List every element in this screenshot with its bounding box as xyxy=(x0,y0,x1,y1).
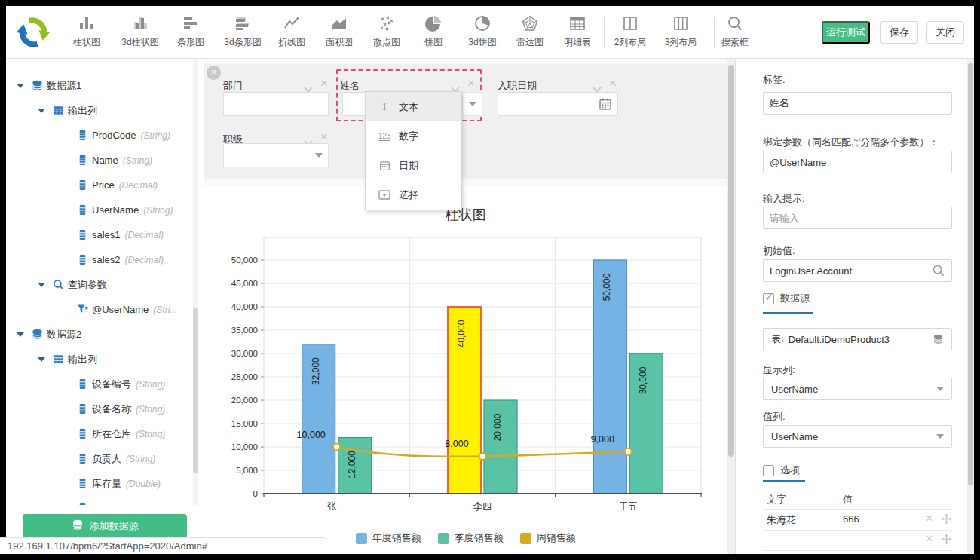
checkbox-unchecked-icon[interactable] xyxy=(763,465,774,476)
field-remove-icon[interactable]: × xyxy=(609,78,617,89)
tree-item-type: (String) xyxy=(141,130,170,141)
initial-value-input[interactable] xyxy=(763,259,952,282)
tree-item-label: 所在仓库 xyxy=(92,428,131,439)
tree-item-UserName[interactable]: UserName(String) xyxy=(6,197,193,222)
toolbar-item-col2[interactable]: 2列布局 xyxy=(605,12,655,54)
tree-item-设备编号[interactable]: 设备编号(String) xyxy=(6,372,193,396)
close-button[interactable]: 关闭 xyxy=(926,21,964,44)
run-test-button[interactable]: 运行测试 xyxy=(822,21,870,44)
tree-item-ProdCode[interactable]: ProdCode(String) xyxy=(6,123,193,148)
svg-text:张三: 张三 xyxy=(327,501,346,512)
calendar-icon[interactable] xyxy=(599,97,612,114)
toolbar-item-label: 3d饼图 xyxy=(468,36,496,49)
type-menu-label: 数字 xyxy=(399,130,418,143)
toolbar-item-pie[interactable]: 饼图 xyxy=(409,12,458,54)
inspector-scrollbar[interactable] xyxy=(967,59,974,554)
department-input[interactable] xyxy=(223,92,329,116)
field-remove-icon[interactable]: × xyxy=(320,132,328,142)
tree-item-数据源1[interactable]: 数据源1 xyxy=(6,73,193,98)
tree-item-输出列[interactable]: 输出列 xyxy=(6,347,193,372)
sidebar-scrollbar-thumb[interactable] xyxy=(193,308,198,473)
delete-row-icon[interactable]: × xyxy=(926,534,933,544)
tree-item-label: 数据源1 xyxy=(47,80,81,91)
tree-item-@UserName[interactable]: @UserName(Stri... xyxy=(6,297,193,322)
svg-text:8,000: 8,000 xyxy=(445,439,468,449)
canvas-scrollbar-thumb[interactable] xyxy=(728,65,734,457)
rank-select[interactable] xyxy=(223,143,329,167)
option-text-cell[interactable]: 朱海花 xyxy=(767,513,796,527)
tree-item-type: (Double) xyxy=(126,479,161,489)
tree-item-Price[interactable]: Price(Decimal) xyxy=(6,173,193,197)
checkbox-checked-icon[interactable] xyxy=(763,293,774,304)
toolbar-item-scatter[interactable]: 散点图 xyxy=(362,12,412,54)
tree-expand-caret-icon[interactable] xyxy=(17,332,24,337)
tree-item-sales2[interactable]: sales2(Decimal) xyxy=(6,247,193,272)
add-datasource-button[interactable]: 添加数据源 xyxy=(23,514,187,538)
bind-param-input[interactable] xyxy=(763,151,952,173)
label-input[interactable] xyxy=(763,92,952,115)
type-menu-label: 日期 xyxy=(399,159,418,173)
legend-item-2[interactable]: 季度销售额 xyxy=(438,531,504,545)
display-col-select[interactable]: UserName xyxy=(763,378,952,400)
tree-item-partial[interactable] xyxy=(6,496,193,505)
field-remove-icon[interactable]: × xyxy=(467,78,475,89)
options-section-toggle[interactable]: 选项 xyxy=(763,464,800,477)
sidebar-scrollbar[interactable] xyxy=(193,59,198,505)
toolbar-item-table[interactable]: 明细表 xyxy=(553,12,602,54)
value-col-select[interactable]: UserName xyxy=(763,425,952,448)
move-row-icon[interactable] xyxy=(941,534,952,548)
option-value-cell[interactable]: 666 xyxy=(843,513,859,525)
toolbar-item-col3[interactable]: 3列布局 xyxy=(656,12,706,54)
tree-item-所在仓库[interactable]: 所在仓库(String) xyxy=(6,421,193,446)
toolbar-item-search[interactable]: 搜索框 xyxy=(710,12,760,54)
toolbar-item-hbar[interactable]: 条形图 xyxy=(166,12,216,54)
toolbar-item-radar[interactable]: 雷达图 xyxy=(505,12,555,54)
panel-close-icon[interactable]: × xyxy=(207,66,221,80)
tree-item-库存量[interactable]: 库存量(Double) xyxy=(6,471,193,496)
move-row-icon[interactable] xyxy=(941,513,952,528)
type-menu-item-4[interactable]: 选择 xyxy=(366,180,461,210)
tree-item-数据源2[interactable]: 数据源2 xyxy=(6,322,193,347)
inspector-scrollbar-thumb[interactable] xyxy=(968,63,973,485)
caret-down-icon[interactable] xyxy=(315,153,323,158)
field-remove-icon[interactable]: × xyxy=(320,78,328,89)
tree-item-type: (String) xyxy=(126,454,155,464)
tree-expand-caret-icon[interactable] xyxy=(17,84,24,88)
toolbar-item-bar3d[interactable]: 3d柱状图 xyxy=(115,12,165,54)
type-menu-item-1[interactable]: T文本 xyxy=(366,92,461,121)
toolbar-item-pie3d[interactable]: 3d饼图 xyxy=(458,12,507,54)
options-col-header-text: 文字 xyxy=(767,493,786,506)
app-logo[interactable] xyxy=(6,6,60,59)
tree-item-负责人[interactable]: 负责人(String) xyxy=(6,446,193,471)
tree-item-Name[interactable]: Name(String) xyxy=(6,148,193,173)
legend-item-3[interactable]: 周销售额 xyxy=(520,531,576,545)
type-menu-item-3[interactable]: 日期 xyxy=(366,151,461,180)
toolbar-item-line[interactable]: 折线图 xyxy=(267,12,317,54)
toolbar-item-hbar3d[interactable]: 3d条形图 xyxy=(218,12,268,54)
tree-item-输出列[interactable]: 输出列 xyxy=(6,98,193,123)
delete-row-icon[interactable]: × xyxy=(926,513,933,524)
toolbar-item-bar[interactable]: 柱状图 xyxy=(62,12,112,54)
svg-text:30,000: 30,000 xyxy=(638,366,648,394)
legend-item-1[interactable]: 年度销售额 xyxy=(356,531,421,545)
canvas-scrollbar[interactable] xyxy=(727,59,735,554)
toolbar-item-label: 搜索框 xyxy=(721,36,749,49)
datasource-section-toggle[interactable]: 数据源 xyxy=(763,292,810,305)
type-menu-item-2[interactable]: 123数字 xyxy=(366,121,461,151)
tree-item-设备名称[interactable]: 设备名称(String) xyxy=(6,396,193,421)
save-button[interactable]: 保存 xyxy=(880,21,918,44)
toolbar-item-label: 折线图 xyxy=(278,36,305,49)
tree-expand-caret-icon[interactable] xyxy=(38,283,45,287)
combo-dropdown-button[interactable] xyxy=(462,92,482,116)
chart-panel[interactable]: 柱状图 05,00010,00015,00020,00025,00030,000… xyxy=(204,186,727,554)
options-section-label: 选项 xyxy=(780,464,800,477)
input-hint-input[interactable] xyxy=(763,207,952,229)
tree-expand-caret-icon[interactable] xyxy=(38,109,45,113)
search-icon[interactable] xyxy=(932,264,945,280)
tree-expand-caret-icon[interactable] xyxy=(38,357,45,362)
tree-item-查询参数[interactable]: 查询参数 xyxy=(6,272,193,297)
status-url-text: 192.169.1.107/bpm6/?StartApp=2020/Admin# xyxy=(8,540,207,552)
toolbar-item-area[interactable]: 面积图 xyxy=(314,12,364,54)
table-ref-box[interactable]: 表: Default.iDemoProduct3 xyxy=(763,328,952,350)
tree-item-sales1[interactable]: sales1(Decimal) xyxy=(6,222,193,247)
